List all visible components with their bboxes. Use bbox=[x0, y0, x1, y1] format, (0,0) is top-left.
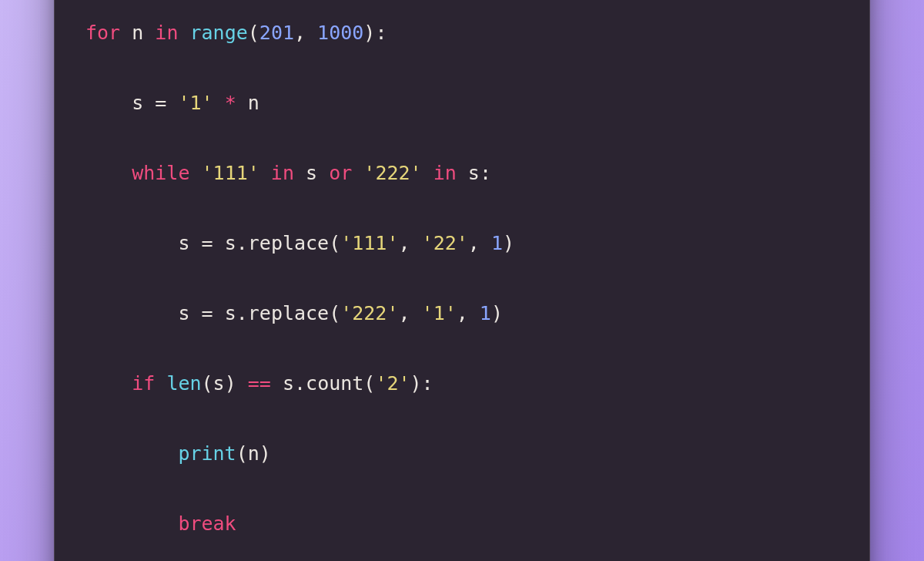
identifier: n bbox=[132, 22, 143, 44]
code-window: t.me/informatika_kege_itpy for n in rang… bbox=[54, 0, 870, 561]
string-literal: '111' bbox=[340, 232, 398, 254]
punct: = bbox=[155, 92, 166, 114]
code-line: for n in range(201, 1000): bbox=[85, 15, 839, 51]
keyword-if: if bbox=[132, 372, 155, 395]
string-literal: '1' bbox=[178, 92, 213, 114]
method-replace: replace bbox=[248, 232, 329, 254]
string-literal: '222' bbox=[340, 302, 398, 324]
punct: ): bbox=[363, 22, 387, 44]
punct: ): bbox=[410, 372, 434, 395]
identifier: s bbox=[213, 372, 225, 395]
punct: , bbox=[457, 302, 480, 324]
punct: , bbox=[398, 232, 421, 254]
punct: . bbox=[294, 372, 306, 395]
string-literal: '222' bbox=[363, 162, 421, 184]
punct: = bbox=[202, 232, 213, 254]
builtin-len: len bbox=[166, 372, 201, 395]
punct: , bbox=[468, 232, 491, 254]
keyword-in: in bbox=[434, 162, 457, 184]
string-literal: '22' bbox=[422, 232, 468, 254]
keyword-or: or bbox=[329, 162, 352, 184]
builtin-print: print bbox=[178, 442, 236, 465]
punct: ( bbox=[329, 232, 340, 254]
identifier: s bbox=[225, 302, 236, 324]
keyword-for: for bbox=[85, 22, 120, 44]
code-line: if len(s) == s.count('2'): bbox=[85, 366, 839, 401]
identifier: s bbox=[283, 372, 294, 395]
builtin-range: range bbox=[190, 22, 248, 44]
number-literal: 1 bbox=[480, 302, 491, 324]
string-literal: '2' bbox=[375, 372, 410, 395]
number-literal: 1 bbox=[491, 232, 503, 254]
number-literal: 1000 bbox=[317, 22, 363, 44]
punct: ) bbox=[503, 232, 514, 254]
punct: , bbox=[398, 302, 421, 324]
keyword-while: while bbox=[132, 162, 189, 184]
punct: , bbox=[294, 22, 317, 44]
identifier: s bbox=[178, 232, 189, 254]
punct: ( bbox=[236, 442, 248, 465]
code-line: while '111' in s or '222' in s: bbox=[85, 156, 839, 191]
code-line: s = s.replace('222', '1', 1) bbox=[85, 296, 839, 331]
keyword-break: break bbox=[178, 512, 236, 535]
punct: ) bbox=[259, 442, 271, 465]
punct: = bbox=[202, 302, 213, 324]
identifier: s bbox=[225, 232, 236, 254]
identifier: s bbox=[178, 302, 189, 324]
operator: * bbox=[225, 92, 236, 114]
operator: == bbox=[248, 372, 271, 395]
punct: ( bbox=[202, 372, 213, 395]
code-line: print(n) bbox=[85, 436, 839, 472]
identifier: s bbox=[132, 92, 143, 114]
keyword-in: in bbox=[155, 22, 178, 44]
punct: . bbox=[236, 232, 248, 254]
code-line: break bbox=[85, 506, 839, 542]
code-line: s = s.replace('111', '22', 1) bbox=[85, 226, 839, 261]
identifier: n bbox=[248, 442, 259, 465]
method-replace: replace bbox=[248, 302, 329, 324]
punct: . bbox=[236, 302, 248, 324]
punct: ( bbox=[363, 372, 375, 395]
code-block: for n in range(201, 1000): s = '1' * n w… bbox=[55, 0, 869, 561]
identifier: n bbox=[248, 92, 259, 114]
code-line: s = '1' * n bbox=[85, 86, 839, 121]
identifier: s bbox=[306, 162, 317, 184]
keyword-in: in bbox=[271, 162, 294, 184]
punct: ) bbox=[491, 302, 503, 324]
punct: ( bbox=[248, 22, 259, 44]
identifier: s bbox=[468, 162, 480, 184]
punct: : bbox=[480, 162, 491, 184]
string-literal: '111' bbox=[202, 162, 259, 184]
number-literal: 201 bbox=[259, 22, 294, 44]
string-literal: '1' bbox=[422, 302, 457, 324]
punct: ( bbox=[329, 302, 340, 324]
punct: ) bbox=[225, 372, 236, 395]
method-count: count bbox=[306, 372, 363, 395]
